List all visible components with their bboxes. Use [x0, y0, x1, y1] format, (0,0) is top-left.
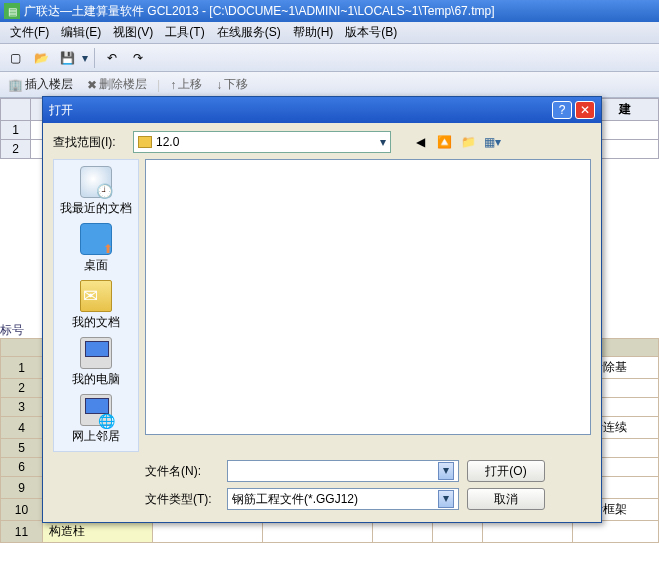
folder-icon	[138, 136, 152, 148]
look-in-label: 查找范围(I):	[53, 134, 127, 151]
nav-buttons: ◀ 🔼 📁 ▦▾	[411, 133, 501, 151]
close-button[interactable]: ✕	[575, 101, 595, 119]
place-label: 我的电脑	[54, 371, 138, 388]
grid-cell[interactable]	[153, 521, 263, 543]
grid-cell[interactable]	[373, 521, 433, 543]
place-network[interactable]: 网上邻居	[54, 394, 138, 445]
app-icon: ▤	[4, 3, 20, 19]
new-icon[interactable]: ▢	[4, 47, 26, 69]
row-head	[1, 99, 31, 121]
open-dialog: 打开 ? ✕ 查找范围(I): 12.0 ▾ ◀ 🔼 📁 ▦▾ 我最近	[42, 96, 602, 523]
place-mycomputer[interactable]: 我的电脑	[54, 337, 138, 388]
place-recent[interactable]: 我最近的文档	[54, 166, 138, 217]
insert-floor-label: 插入楼层	[25, 76, 73, 93]
filename-input[interactable]: ▾	[227, 460, 459, 482]
up-icon: ↑	[170, 78, 176, 92]
chevron-down-icon[interactable]: ▾	[438, 462, 454, 480]
filename-label: 文件名(N):	[145, 463, 219, 480]
down-label: 下移	[224, 76, 248, 93]
cancel-button[interactable]: 取消	[467, 488, 545, 510]
chevron-down-icon[interactable]: ▾	[438, 490, 454, 508]
row-num: 1	[1, 121, 31, 140]
place-label: 我的文档	[54, 314, 138, 331]
app-title: 广联达—土建算量软件 GCL2013 - [C:\DOCUME~1\ADMINI…	[24, 3, 494, 20]
back-icon[interactable]: ◀	[411, 133, 429, 151]
menu-edit[interactable]: 编辑(E)	[55, 22, 107, 43]
grid-corner	[1, 339, 43, 357]
grid-cell[interactable]	[433, 521, 483, 543]
row-num: 3	[1, 398, 43, 417]
filetype-value: 钢筋工程文件(*.GGJ12)	[232, 491, 358, 508]
delete-floor-label: 删除楼层	[99, 76, 147, 93]
row-num: 6	[1, 458, 43, 477]
grid-cell[interactable]	[573, 521, 659, 543]
dialog-bottom: 文件名(N): ▾ 打开(O) 文件类型(T): 钢筋工程文件(*.GGJ12)…	[53, 460, 591, 510]
filename-row: 文件名(N): ▾ 打开(O)	[53, 460, 591, 482]
delete-floor-icon: ✖	[87, 78, 97, 92]
delete-floor-button[interactable]: ✖ 删除楼层	[83, 74, 151, 95]
undo-icon[interactable]: ↶	[101, 47, 123, 69]
look-in-combo[interactable]: 12.0 ▾	[133, 131, 391, 153]
help-button[interactable]: ?	[552, 101, 572, 119]
app-titlebar: ▤ 广联达—土建算量软件 GCL2013 - [C:\DOCUME~1\ADMI…	[0, 0, 659, 22]
insert-floor-button[interactable]: 🏢 插入楼层	[4, 74, 77, 95]
mydocs-icon	[80, 280, 112, 312]
filetype-select[interactable]: 钢筋工程文件(*.GGJ12) ▾	[227, 488, 459, 510]
dropdown-icon[interactable]: ▾	[82, 51, 88, 65]
save-icon[interactable]: 💾	[56, 47, 78, 69]
chevron-down-icon[interactable]: ▾	[380, 135, 386, 149]
toolbar-floor: 🏢 插入楼层 ✖ 删除楼层 | ↑ 上移 ↓ 下移	[0, 72, 659, 98]
filetype-row: 文件类型(T): 钢筋工程文件(*.GGJ12) ▾ 取消	[53, 488, 591, 510]
look-in-value: 12.0	[156, 135, 179, 149]
up-folder-icon[interactable]: 🔼	[435, 133, 453, 151]
filetype-label: 文件类型(T):	[145, 491, 219, 508]
grid-cell[interactable]	[483, 521, 573, 543]
mycomputer-icon	[80, 337, 112, 369]
row-num: 1	[1, 357, 43, 379]
menu-help[interactable]: 帮助(H)	[287, 22, 340, 43]
view-menu-icon[interactable]: ▦▾	[483, 133, 501, 151]
menubar: 文件(F) 编辑(E) 视图(V) 工具(T) 在线服务(S) 帮助(H) 版本…	[0, 22, 659, 44]
new-folder-icon[interactable]: 📁	[459, 133, 477, 151]
file-list-pane[interactable]	[145, 159, 591, 435]
separator	[94, 48, 95, 68]
toolbar-main: ▢ 📂 💾 ▾ ↶ ↷	[0, 44, 659, 72]
down-icon: ↓	[216, 78, 222, 92]
redo-icon[interactable]: ↷	[127, 47, 149, 69]
menu-tool[interactable]: 工具(T)	[159, 22, 210, 43]
place-desktop[interactable]: 桌面	[54, 223, 138, 274]
menu-version[interactable]: 版本号(B)	[339, 22, 403, 43]
row-num: 11	[1, 521, 43, 543]
network-icon	[80, 394, 112, 426]
dialog-title: 打开	[49, 102, 73, 119]
row-num: 10	[1, 499, 43, 521]
open-icon[interactable]: 📂	[30, 47, 52, 69]
open-button[interactable]: 打开(O)	[467, 460, 545, 482]
grid-cell[interactable]	[263, 521, 373, 543]
menu-file[interactable]: 文件(F)	[4, 22, 55, 43]
row-num: 5	[1, 439, 43, 458]
row-num: 9	[1, 477, 43, 499]
place-label: 我最近的文档	[54, 200, 138, 217]
dialog-titlebar[interactable]: 打开 ? ✕	[43, 97, 601, 123]
look-in-row: 查找范围(I): 12.0 ▾ ◀ 🔼 📁 ▦▾	[53, 131, 591, 153]
place-label: 网上邻居	[54, 428, 138, 445]
up-label: 上移	[178, 76, 202, 93]
move-down-button[interactable]: ↓ 下移	[212, 74, 252, 95]
insert-floor-icon: 🏢	[8, 78, 23, 92]
place-label: 桌面	[54, 257, 138, 274]
desktop-icon	[80, 223, 112, 255]
move-up-button[interactable]: ↑ 上移	[166, 74, 206, 95]
section-caption: 标号	[0, 322, 24, 339]
places-bar: 我最近的文档 桌面 我的文档 我的电脑 网上邻居	[53, 159, 139, 452]
menu-online[interactable]: 在线服务(S)	[211, 22, 287, 43]
dialog-main: 我最近的文档 桌面 我的文档 我的电脑 网上邻居	[53, 159, 591, 452]
place-mydocs[interactable]: 我的文档	[54, 280, 138, 331]
menu-view[interactable]: 视图(V)	[107, 22, 159, 43]
recent-icon	[80, 166, 112, 198]
grid-cell[interactable]: 构造柱	[43, 521, 153, 543]
row-num: 2	[1, 140, 31, 159]
row-num: 4	[1, 417, 43, 439]
dialog-body: 查找范围(I): 12.0 ▾ ◀ 🔼 📁 ▦▾ 我最近的文档	[43, 123, 601, 522]
row-num: 2	[1, 379, 43, 398]
